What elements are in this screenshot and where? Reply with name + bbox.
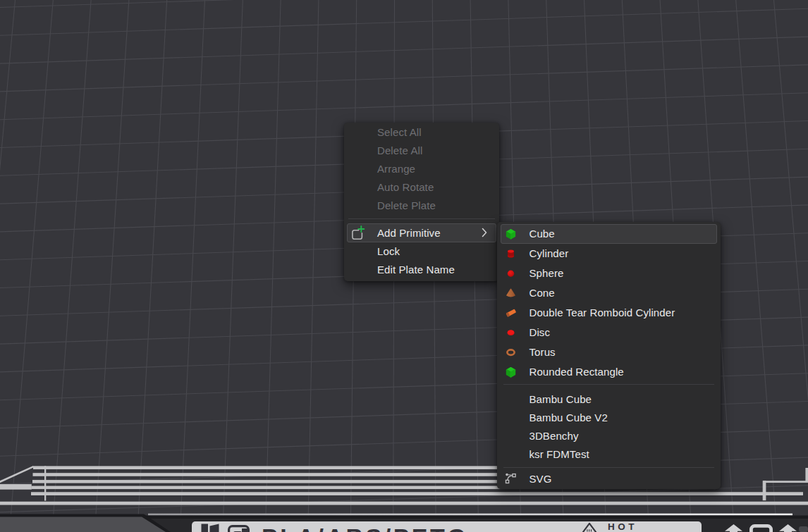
add-primitive-icon	[352, 225, 366, 240]
menu-item-edit-plate-name[interactable]: Edit Plate Name	[347, 261, 496, 279]
submenu-item-svg[interactable]: SVG	[501, 469, 717, 488]
submenu-item-double-tear-romboid-cylinder[interactable]: Double Tear Romboid Cylinder	[501, 303, 717, 323]
bambu-logo-icon	[201, 523, 220, 532]
submenu-item-label: ksr FDMTest	[501, 448, 589, 460]
cylinder-icon	[505, 247, 517, 259]
submenu-item-label: 3DBenchy	[501, 430, 579, 442]
submenu-item-rounded-rectangle[interactable]: Rounded Rectangle	[501, 362, 717, 382]
submenu-item-bambu-cube-v2[interactable]: Bambu Cube V2	[501, 408, 717, 426]
submenu-item-bambu-cube[interactable]: Bambu Cube	[501, 390, 717, 408]
cube-icon	[505, 228, 517, 240]
svg-bezier-icon	[505, 473, 517, 485]
plate-badge-icon	[228, 525, 250, 532]
chevron-right-icon	[482, 228, 487, 237]
menu-item-label: Lock	[348, 245, 400, 257]
hot-warning-triangle-icon	[581, 522, 598, 532]
menu-item-label: Arrange	[348, 163, 415, 175]
submenu-separator	[503, 384, 714, 385]
menu-item-delete-all: Delete All	[347, 142, 496, 160]
menu-separator	[348, 218, 495, 219]
plate-square-icon	[749, 524, 773, 532]
submenu-item-cylinder[interactable]: Cylinder	[501, 244, 717, 264]
submenu-item-ksr-fdmtest[interactable]: ksr FDMTest	[501, 445, 717, 463]
menu-item-lock[interactable]: Lock	[347, 242, 496, 261]
plate-context-menu: Select All Delete All Arrange Auto Rotat…	[344, 123, 499, 281]
submenu-item-label: Bambu Cube V2	[501, 412, 608, 423]
menu-item-label: Delete Plate	[348, 199, 436, 211]
arrow-up-icon	[779, 524, 797, 532]
submenu-item-sphere[interactable]: Sphere	[501, 264, 717, 283]
filament-types-label: PLA/ABS/PETG	[262, 525, 468, 532]
submenu-item-disc[interactable]: Disc	[501, 323, 717, 342]
submenu-item-label: Double Tear Romboid Cylinder	[501, 307, 675, 318]
submenu-item-3dbenchy[interactable]: 3DBenchy	[501, 426, 717, 445]
submenu-item-label: Bambu Cube	[501, 393, 592, 405]
menu-item-label: Select All	[348, 126, 422, 138]
cone-icon	[505, 287, 517, 299]
menu-item-label: Auto Rotate	[348, 181, 434, 193]
menu-item-add-primitive[interactable]: Add Primitive	[347, 223, 496, 242]
add-primitive-submenu: Cube Cylinder Sphere	[497, 222, 721, 489]
menu-item-arrange: Arrange	[347, 160, 496, 178]
sphere-icon	[505, 267, 517, 279]
submenu-item-cube[interactable]: Cube	[501, 224, 717, 244]
submenu-separator	[503, 467, 714, 468]
menu-item-select-all: Select All	[347, 123, 496, 142]
menu-item-auto-rotate: Auto Rotate	[347, 178, 496, 197]
viewport-3d[interactable]: PLA/ABS/PETG HOT Select All Delete All	[0, 0, 808, 532]
double-tear-romboid-cylinder-icon	[505, 307, 517, 318]
arrow-up-icon	[725, 524, 742, 532]
menu-item-label: Delete All	[348, 144, 422, 156]
menu-item-delete-plate: Delete Plate	[347, 197, 496, 215]
menu-item-label: Edit Plate Name	[348, 264, 455, 276]
submenu-item-label: Rounded Rectangle	[501, 366, 624, 378]
hot-label: HOT	[608, 522, 637, 532]
torus-icon	[505, 346, 517, 358]
submenu-item-torus[interactable]: Torus	[501, 342, 717, 362]
plate-label-strip: PLA/ABS/PETG HOT	[192, 521, 702, 532]
rounded-rectangle-icon	[505, 366, 517, 378]
disc-icon	[505, 326, 517, 338]
submenu-item-cone[interactable]: Cone	[501, 283, 717, 303]
